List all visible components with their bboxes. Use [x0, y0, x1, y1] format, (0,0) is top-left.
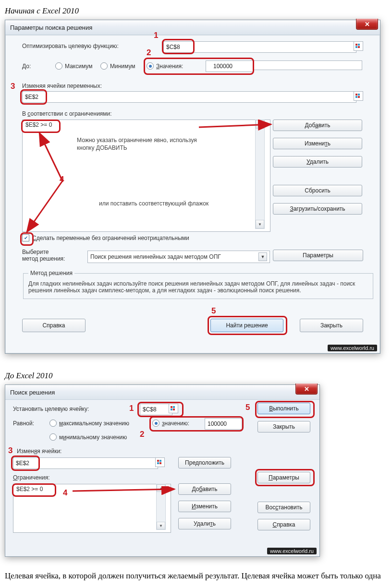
radio-max-label: максимальному значению	[59, 420, 129, 427]
callout-2: 2	[147, 48, 151, 58]
grid-icon	[355, 44, 361, 48]
checkbox-nonnegative[interactable]: Сделать переменные без ограничений неотр…	[22, 234, 189, 241]
callout-5: 5	[245, 403, 250, 412]
close-icon: ✕	[304, 386, 309, 392]
help-button[interactable]: Справка	[257, 519, 310, 530]
heading-after-2010: Начиная с Excel 2010	[5, 6, 387, 16]
ref-button-variables[interactable]	[354, 91, 363, 101]
constraint-buttons: Добавить Изменить Удалить Сбросить Загру…	[273, 120, 362, 221]
constraint-item[interactable]: $E$2 >= 0	[16, 486, 168, 492]
callout-2: 2	[140, 430, 144, 439]
radio-icon	[152, 420, 159, 427]
ref-button-objective[interactable]	[354, 41, 363, 51]
radio-min-label: минимальному значению	[59, 434, 127, 441]
callout-3: 3	[11, 82, 15, 91]
scroll-up-icon[interactable]: ▲	[256, 120, 264, 129]
radio-value-label: значению:	[162, 420, 189, 427]
watermark: www.excelworld.ru	[267, 548, 317, 554]
run-button[interactable]: Выполнить	[257, 403, 310, 414]
ref-button-target[interactable]	[169, 404, 178, 413]
add-button[interactable]: Добавить	[273, 120, 362, 131]
input-value-number[interactable]: 100000	[205, 418, 242, 430]
callout-1: 1	[129, 404, 134, 413]
label-constraints: Ограничения:	[13, 474, 50, 481]
dialog-title: Параметры поиска решения	[10, 24, 92, 31]
checkbox-label: Сделать переменные без ограничений неотр…	[32, 235, 189, 241]
titlebar: Поиск решения	[5, 385, 319, 400]
callout-5: 5	[211, 306, 216, 316]
input-value-ext[interactable]	[253, 60, 362, 70]
chevron-down-icon: ▼	[258, 252, 267, 261]
assume-button[interactable]: Предположить	[178, 457, 231, 468]
radio-max[interactable]: максимальному значению	[49, 420, 129, 427]
dialog-body: Оптимизировать целевую функцию: $C$8 До:…	[5, 35, 380, 353]
titlebar: Параметры поиска решения	[5, 20, 380, 35]
input-variables[interactable]: $E$2	[13, 457, 158, 469]
radio-min[interactable]: минимальному значению	[49, 433, 127, 441]
close-button[interactable]: ✕	[295, 384, 318, 395]
reset-button[interactable]: Восстановить	[257, 502, 310, 513]
method-text: Для гладких нелинейных задач используйте…	[28, 280, 368, 294]
change-button[interactable]: Изменить	[178, 501, 231, 512]
loadsave-button[interactable]: Загрузить/сохранить	[273, 203, 362, 215]
input-target[interactable]: $C$8	[140, 404, 172, 415]
ref-button-variables[interactable]	[155, 457, 165, 467]
grid-icon	[171, 406, 176, 411]
constraints-list[interactable]: $E$2 >= 0	[13, 484, 171, 533]
watermark: www.excelworld.ru	[328, 345, 377, 351]
find-solution-button[interactable]: Найти решение	[210, 319, 283, 332]
radio-min[interactable]: Минимум	[100, 62, 135, 70]
label-target: Установить целевую ячейку:	[13, 406, 89, 412]
label-to: До:	[22, 63, 31, 70]
radio-max[interactable]: Максимум	[55, 62, 92, 70]
close-button[interactable]: ✕	[356, 19, 378, 30]
select-method[interactable]: Поиск решения нелинейных задач методом О…	[87, 251, 270, 263]
scroll-down-icon[interactable]: ▼	[256, 220, 264, 228]
scrollbar[interactable]: ▲ ▼	[156, 484, 166, 530]
label-variables: Изменяя ячейки переменных:	[22, 83, 102, 89]
scroll-down-icon[interactable]: ▼	[157, 522, 165, 529]
add-button[interactable]: Добавить	[178, 483, 231, 495]
select-value: Поиск решения нелинейных задач методом О…	[90, 252, 221, 262]
close-dialog-button[interactable]: Закрыть	[300, 319, 363, 332]
dialog-title: Поиск решения	[10, 389, 55, 396]
radio-icon	[49, 433, 57, 441]
parameters-button[interactable]: Параметры	[257, 472, 310, 483]
radio-icon	[100, 62, 108, 70]
input-value-number[interactable]: 100000	[206, 60, 254, 72]
radio-value[interactable]: значению:	[152, 420, 189, 427]
heading-before-2010: До Excel 2010	[5, 371, 387, 381]
delete-button[interactable]: Удалить	[273, 156, 362, 168]
label-constraints: В соответствии с ограничениями:	[22, 110, 112, 117]
reset-button[interactable]: Сбросить	[273, 185, 362, 196]
grid-icon	[355, 94, 361, 98]
radio-value-label: ЗЗначения:начения:	[156, 63, 183, 70]
scroll-up-icon[interactable]: ▲	[157, 484, 165, 492]
grid-icon	[157, 460, 163, 465]
radio-min-label: Минимум	[110, 63, 135, 70]
radio-icon	[55, 62, 62, 70]
help-button[interactable]: Справка	[22, 319, 86, 332]
label-variables: Изменяя ячейки:	[17, 448, 61, 455]
close-dialog-button[interactable]: Закрыть	[257, 421, 310, 432]
parameters-button[interactable]: Параметры	[273, 250, 363, 261]
constraint-item[interactable]: $E$2 >= 0	[25, 121, 267, 128]
radio-max-label: Максимум	[65, 63, 92, 70]
scrollbar[interactable]: ▲ ▼	[255, 120, 265, 229]
radio-value[interactable]: ЗЗначения:начения:	[147, 62, 183, 70]
callout-3: 3	[8, 446, 12, 456]
solver-dialog-old: Поиск решения ✕ Установить целевую ячейк…	[5, 384, 320, 557]
input-variables[interactable]: $E$2	[22, 91, 356, 103]
change-button[interactable]: Изменить	[273, 138, 362, 149]
delete-button[interactable]: Удалить	[178, 518, 231, 529]
annotation-text-1: Можно указать ограничение явно, использу…	[77, 136, 216, 152]
label-select-method: Выберитеметод решения:	[22, 249, 85, 262]
radio-icon	[147, 62, 154, 70]
radio-icon	[49, 420, 57, 427]
input-objective[interactable]: $C$8	[163, 41, 356, 53]
label-equal: Равной:	[13, 420, 34, 427]
checkbox-icon	[22, 234, 29, 241]
annotation-text-2: или поставить соответствующий флажок	[99, 200, 208, 207]
label-objective: Оптимизировать целевую функцию:	[22, 43, 119, 49]
close-icon: ✕	[365, 21, 370, 27]
